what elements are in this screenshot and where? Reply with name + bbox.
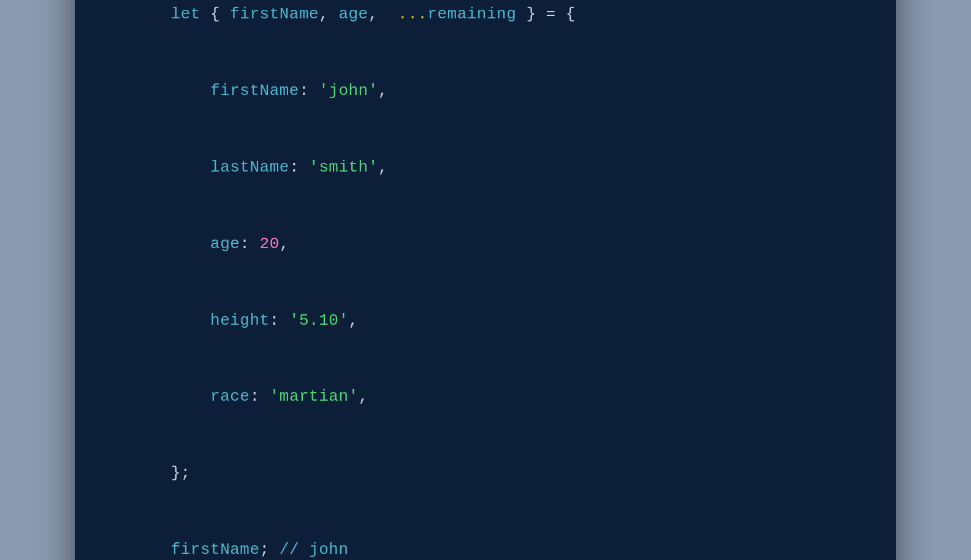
code-line-closebrace: }; xyxy=(112,436,859,512)
code-line-let: let { firstName, age, ...remaining } = { xyxy=(112,0,859,53)
code-editor: //Extract firstName and age //and store … xyxy=(75,0,896,560)
code-window: //Extract firstName and age //and store … xyxy=(75,0,896,560)
code-line-lastname: lastName: 'smith', xyxy=(112,129,859,206)
code-line-height: height: '5.10', xyxy=(112,282,859,359)
code-line-age: age: 20, xyxy=(112,206,859,282)
code-line-race: race: 'martian', xyxy=(112,359,859,436)
code-line-firstname: firstName: 'john', xyxy=(112,53,859,130)
code-line-result1: firstName; // john xyxy=(112,512,859,560)
